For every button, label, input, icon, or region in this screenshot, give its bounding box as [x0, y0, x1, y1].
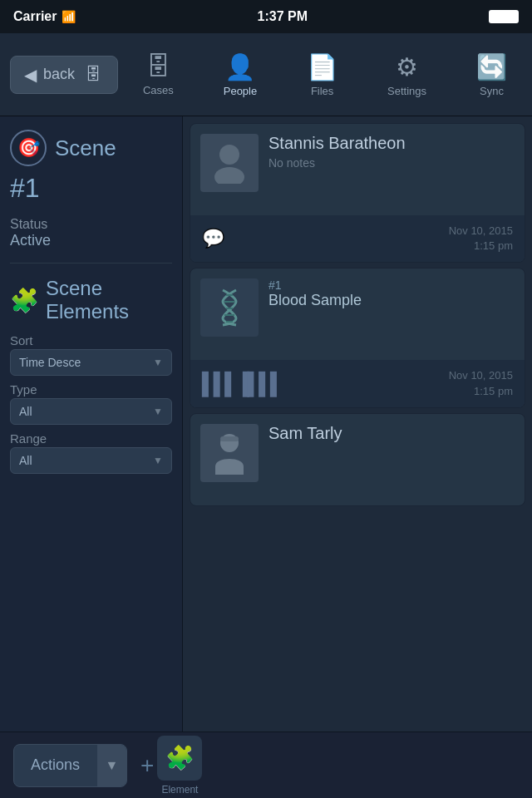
carrier-info: Carrier 📶: [13, 9, 76, 24]
type-filter: Type All ▼: [10, 382, 172, 425]
cases-icon: 🗄: [145, 52, 170, 81]
tab-sync[interactable]: 🔄 Sync: [468, 52, 515, 97]
files-label: Files: [311, 85, 333, 97]
back-arrow-icon: ◀: [24, 65, 37, 85]
files-icon: 📄: [307, 52, 337, 81]
sync-icon: 🔄: [476, 52, 507, 81]
main-layout: 🎯 Scene #1 Status Active 🧩 SceneElements…: [0, 116, 532, 732]
clock: 1:37 PM: [258, 9, 308, 24]
list-item[interactable]: Stannis Baratheon No notes 💬 Nov 10, 201…: [190, 123, 525, 263]
back-file-icon: 🗄: [85, 65, 101, 84]
card-main-sam: Sam Tarly: [190, 414, 525, 505]
svg-point-0: [219, 145, 239, 165]
sort-chevron-icon: ▼: [153, 357, 163, 368]
type-chevron-icon: ▼: [153, 406, 163, 417]
blood-date: Nov 10, 2015 1:15 pm: [449, 368, 513, 398]
svg-rect-8: [220, 436, 239, 441]
radar-icon: 🎯: [10, 130, 47, 166]
elements-header: 🧩 SceneElements: [10, 277, 172, 323]
sam-info: Sam Tarly: [268, 424, 515, 446]
status-section: Status Active: [10, 217, 172, 249]
card-main-blood: #1 Blood Sample: [190, 268, 525, 360]
cases-label: Cases: [143, 84, 174, 96]
tab-cases[interactable]: 🗄 Cases: [135, 52, 182, 96]
blood-number: #1: [268, 278, 515, 292]
element-label: Element: [161, 784, 198, 796]
type-select[interactable]: All ▼: [10, 398, 172, 425]
sam-avatar: [200, 424, 259, 482]
back-label: back: [43, 66, 75, 83]
stannis-info: Stannis Baratheon No notes: [268, 134, 515, 170]
list-item[interactable]: #1 Blood Sample ▌▌▌▐▌▌▌ Nov 10, 2015 1:1…: [190, 268, 525, 407]
stannis-footer: 💬 Nov 10, 2015 1:15 pm: [190, 215, 525, 262]
stannis-notes: No notes: [268, 156, 515, 170]
type-label: Type: [10, 382, 172, 397]
comment-icon: 💬: [202, 228, 224, 249]
range-filter: Range All ▼: [10, 431, 172, 474]
actions-label: Actions: [14, 756, 96, 774]
sort-value: Time Desce: [19, 356, 81, 369]
sort-filter: Sort Time Desce ▼: [10, 333, 172, 376]
add-element-area[interactable]: + 🧩 Element: [140, 736, 202, 796]
range-chevron-icon: ▼: [153, 455, 163, 466]
svg-point-1: [214, 167, 244, 184]
tab-files[interactable]: 📄 Files: [298, 52, 346, 97]
elements-title: SceneElements: [46, 277, 129, 323]
people-icon: 👤: [224, 52, 255, 81]
status-bar: Carrier 📶 1:37 PM: [0, 0, 532, 33]
sort-select[interactable]: Time Desce ▼: [10, 349, 172, 376]
status-label: Status: [10, 217, 172, 232]
sync-label: Sync: [480, 85, 504, 97]
nav-bar: ◀ back 🗄 🗄 Cases 👤 People 📄 Files ⚙ Sett…: [0, 33, 532, 116]
list-item[interactable]: Sam Tarly: [190, 413, 525, 506]
puzzle-icon: 🧩: [10, 287, 39, 314]
scene-title: Scene: [55, 135, 116, 161]
actions-chevron-icon: ▼: [106, 758, 119, 773]
element-icon: 🧩: [157, 736, 202, 781]
filters: Sort Time Desce ▼ Type All ▼ Range All ▼: [10, 333, 172, 474]
sidebar: 🎯 Scene #1 Status Active 🧩 SceneElements…: [0, 116, 183, 732]
content-area: Stannis Baratheon No notes 💬 Nov 10, 201…: [183, 116, 532, 732]
stannis-avatar: [200, 134, 259, 192]
carrier-text: Carrier: [13, 9, 57, 24]
dna-icon: [200, 278, 259, 337]
blood-type: Blood Sample: [268, 292, 515, 309]
actions-dropdown-button[interactable]: ▼: [96, 745, 126, 786]
range-label: Range: [10, 431, 172, 446]
back-button[interactable]: ◀ back 🗄: [10, 56, 118, 94]
tab-people[interactable]: 👤 People: [215, 52, 265, 97]
plus-icon: +: [140, 752, 154, 779]
sam-name: Sam Tarly: [268, 424, 515, 443]
settings-label: Settings: [387, 85, 426, 97]
stannis-name: Stannis Baratheon: [268, 134, 515, 153]
settings-icon: ⚙: [396, 52, 418, 81]
nav-tabs: 🗄 Cases 👤 People 📄 Files ⚙ Settings 🔄 Sy…: [118, 33, 532, 116]
tab-settings[interactable]: ⚙ Settings: [379, 52, 435, 97]
toolbar: Actions ▼ + 🧩 Element: [0, 732, 532, 798]
battery-icon: [489, 10, 519, 23]
scene-header: 🎯 Scene: [10, 130, 172, 166]
blood-footer: ▌▌▌▐▌▌▌ Nov 10, 2015 1:15 pm: [190, 360, 525, 406]
barcode-icon: ▌▌▌▐▌▌▌: [202, 372, 282, 397]
people-label: People: [224, 85, 257, 97]
blood-info: #1 Blood Sample: [268, 278, 515, 309]
wifi-icon: 📶: [62, 10, 76, 23]
scene-number: #1: [10, 173, 172, 204]
divider: [10, 263, 172, 264]
status-value: Active: [10, 232, 172, 249]
stannis-date: Nov 10, 2015 1:15 pm: [449, 224, 513, 254]
range-select[interactable]: All ▼: [10, 447, 172, 474]
range-value: All: [19, 454, 32, 467]
card-main-stannis: Stannis Baratheon No notes: [190, 124, 525, 215]
type-value: All: [19, 405, 32, 418]
sort-label: Sort: [10, 333, 172, 347]
actions-button[interactable]: Actions ▼: [13, 744, 127, 787]
